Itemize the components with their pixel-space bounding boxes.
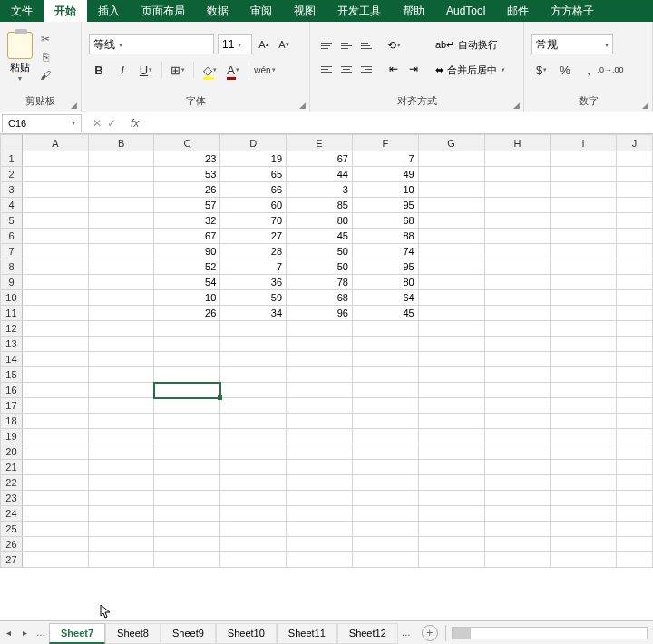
cell-F10[interactable]: 64 [352,290,418,306]
grow-font-button[interactable]: A▴ [256,34,272,54]
cell-F26[interactable] [352,537,418,552]
row-header-8[interactable]: 8 [1,259,23,275]
bold-button[interactable]: B [89,60,109,80]
cell-D15[interactable] [220,367,287,383]
cell-J16[interactable] [617,383,653,398]
italic-button[interactable]: I [112,60,132,80]
cell-H19[interactable] [484,429,551,444]
cell-A23[interactable] [22,491,88,506]
cell-I26[interactable] [551,537,617,552]
cell-G21[interactable] [418,460,484,475]
orientation-button[interactable]: ⟲▾ [385,36,403,54]
row-header-15[interactable]: 15 [1,367,23,383]
align-top-button[interactable] [317,36,336,54]
sheet-nav-more-icon[interactable]: … [33,628,49,638]
cell-J15[interactable] [617,367,653,383]
border-button[interactable]: ⊞▾ [168,60,188,80]
cell-A8[interactable] [22,259,88,275]
cell-G18[interactable] [418,414,484,429]
cell-A21[interactable] [22,460,88,475]
merge-center-button[interactable]: ⬌合并后居中▾ [432,60,509,80]
cell-D17[interactable] [220,398,287,414]
underline-button[interactable]: U▾ [136,60,156,80]
tab-ffgz[interactable]: 方方格子 [540,0,605,22]
increase-decimal-button[interactable]: .0→.00 [602,60,619,80]
cell-I18[interactable] [551,414,617,429]
cell-C19[interactable] [154,429,220,444]
worksheet-grid[interactable]: ABCDEFGHIJ123196772536544493266631045760… [0,134,653,615]
cell-I20[interactable] [551,444,617,460]
sheet-tab-Sheet11[interactable]: Sheet11 [277,623,337,644]
cell-C9[interactable]: 54 [154,275,220,290]
col-header-E[interactable]: E [287,135,353,151]
cell-A15[interactable] [22,367,88,383]
cell-H4[interactable] [484,198,551,213]
fx-icon[interactable]: fx [125,117,144,130]
cell-A27[interactable] [22,552,88,568]
col-header-B[interactable]: B [88,135,154,151]
sheet-tab-Sheet7[interactable]: Sheet7 [49,623,105,644]
cell-F20[interactable] [352,444,418,460]
row-header-26[interactable]: 26 [1,537,23,552]
cell-A12[interactable] [22,321,88,337]
cell-F23[interactable] [352,491,418,506]
cell-I19[interactable] [551,429,617,444]
cell-E3[interactable]: 3 [287,182,353,198]
cell-I10[interactable] [551,290,617,306]
row-header-12[interactable]: 12 [1,321,23,337]
cell-G25[interactable] [418,522,484,537]
row-header-9[interactable]: 9 [1,275,23,290]
cell-D20[interactable] [220,444,287,460]
cell-A4[interactable] [22,198,88,213]
font-name-select[interactable]: 等线▾ [89,34,214,54]
cell-C8[interactable]: 52 [154,259,220,275]
cell-C21[interactable] [154,460,220,475]
cell-A14[interactable] [22,352,88,367]
cell-G6[interactable] [418,229,484,244]
tab-insert[interactable]: 插入 [87,0,131,22]
cell-D4[interactable]: 60 [220,198,287,213]
cell-B19[interactable] [88,429,154,444]
cell-J19[interactable] [617,429,653,444]
cell-C23[interactable] [154,491,220,506]
cell-H14[interactable] [484,352,551,367]
row-header-5[interactable]: 5 [1,213,23,229]
cell-I5[interactable] [551,213,617,229]
cell-G7[interactable] [418,244,484,259]
cell-B26[interactable] [88,537,154,552]
cell-B17[interactable] [88,398,154,414]
col-header-H[interactable]: H [484,135,551,151]
cell-D25[interactable] [220,522,287,537]
cell-J20[interactable] [617,444,653,460]
tab-mail[interactable]: 邮件 [496,0,540,22]
formula-input[interactable] [144,114,653,132]
cell-J12[interactable] [617,321,653,337]
paste-icon[interactable] [7,32,33,59]
cell-B2[interactable] [88,167,154,182]
row-header-10[interactable]: 10 [1,290,23,306]
tab-developer[interactable]: 开发工具 [326,0,392,22]
row-header-16[interactable]: 16 [1,383,23,398]
sheet-nav-prev-icon[interactable]: ▸ [16,628,33,638]
increase-indent-button[interactable]: ⇥ [404,60,423,78]
row-header-13[interactable]: 13 [1,337,23,352]
cell-C12[interactable] [154,321,220,337]
cell-C20[interactable] [154,444,220,460]
cell-H24[interactable] [484,506,551,522]
cell-I3[interactable] [551,182,617,198]
cell-D13[interactable] [220,337,287,352]
cell-H6[interactable] [484,229,551,244]
cell-C3[interactable]: 26 [154,182,220,198]
cell-G17[interactable] [418,398,484,414]
row-header-18[interactable]: 18 [1,414,23,429]
cell-C17[interactable] [154,398,220,414]
cell-B24[interactable] [88,506,154,522]
cell-F21[interactable] [352,460,418,475]
cell-H5[interactable] [484,213,551,229]
comma-style-button[interactable]: , [579,60,599,80]
cell-E10[interactable]: 68 [287,290,353,306]
col-header-G[interactable]: G [418,135,484,151]
cell-D26[interactable] [220,537,287,552]
cell-A6[interactable] [22,229,88,244]
cell-B27[interactable] [88,552,154,568]
